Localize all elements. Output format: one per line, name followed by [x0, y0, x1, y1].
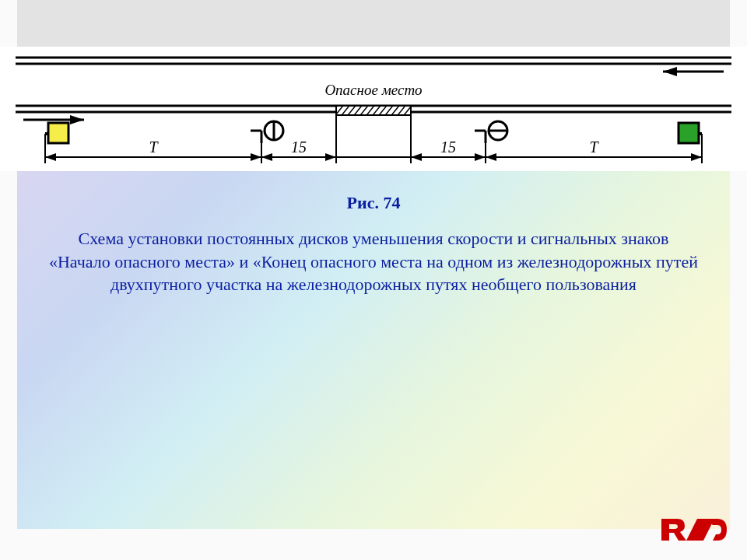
dim-label-15-left: 15 — [291, 138, 307, 156]
arrowhead-icon — [70, 115, 84, 124]
svg-marker-22 — [251, 153, 261, 161]
svg-marker-26 — [475, 153, 486, 161]
danger-zone-label: Опасное место — [324, 82, 422, 98]
dim-label-T-left: Т — [149, 138, 159, 156]
rzd-logo — [660, 516, 727, 543]
track-diagram: Опасное место — [0, 47, 747, 171]
dim-label-15-right: 15 — [440, 138, 456, 156]
dimension-line — [45, 153, 702, 161]
yellow-disc-sign — [45, 123, 68, 143]
green-disc-sign — [679, 123, 702, 143]
figure-title: Рис. 74 — [48, 193, 699, 213]
svg-marker-25 — [411, 153, 422, 161]
svg-rect-32 — [679, 123, 699, 143]
svg-rect-30 — [48, 123, 68, 143]
svg-marker-24 — [325, 153, 336, 161]
svg-marker-28 — [691, 153, 702, 161]
start-danger-sign — [251, 121, 283, 143]
danger-zone — [333, 103, 414, 118]
svg-marker-21 — [45, 153, 56, 161]
end-danger-sign — [475, 121, 507, 143]
dim-label-T-right: Т — [589, 138, 599, 156]
arrowhead-icon — [663, 67, 677, 76]
header-bar — [17, 0, 730, 47]
dimension-grid — [45, 114, 702, 163]
svg-marker-23 — [261, 153, 272, 161]
svg-marker-27 — [486, 153, 496, 161]
caption-panel: Рис. 74 Схема установки постоянных диско… — [17, 171, 730, 529]
figure-caption: Схема установки постоянных дисков уменьш… — [48, 227, 699, 296]
slide: Опасное место — [0, 0, 747, 560]
